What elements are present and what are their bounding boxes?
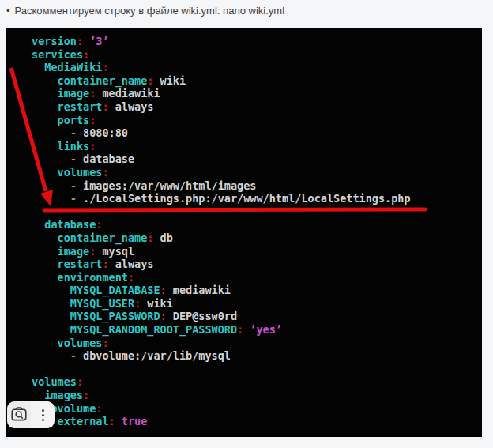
code-token: true bbox=[115, 415, 148, 427]
code-token: : bbox=[160, 310, 167, 322]
code-token: - bbox=[32, 126, 77, 139]
code-token: wiki bbox=[141, 297, 173, 310]
code-line: dbvolume: bbox=[32, 402, 411, 416]
code-token: : bbox=[83, 48, 89, 61]
image-tools-overlay bbox=[7, 401, 55, 428]
page: { "colors": { "page_bg": "#f5f6f8", "ins… bbox=[0, 0, 493, 448]
code-token: links bbox=[32, 140, 89, 152]
code-token: MediaWiki bbox=[32, 61, 102, 73]
code-line: images: bbox=[32, 389, 411, 402]
code-line: external: true bbox=[32, 415, 411, 428]
visual-search-icon bbox=[11, 407, 27, 424]
code-token: always bbox=[109, 100, 154, 113]
code-token: : bbox=[109, 415, 115, 427]
code-line: environment: bbox=[32, 271, 411, 284]
code-line: - 8080:80 bbox=[32, 126, 411, 140]
code-token: : bbox=[102, 166, 108, 179]
code-token: : bbox=[77, 375, 83, 388]
code-token: : bbox=[96, 218, 102, 231]
code-line bbox=[32, 363, 411, 376]
code-line: links: bbox=[32, 140, 411, 153]
code-line: volumes: bbox=[32, 166, 411, 179]
code-token: container_name bbox=[32, 232, 147, 244]
code-token: db bbox=[153, 232, 172, 244]
code-token: : bbox=[96, 402, 102, 415]
code-token: - bbox=[32, 349, 77, 362]
terminal-code: version: ’3’services: MediaWiki: contain… bbox=[32, 35, 411, 428]
code-token: DEP@ssw0rd bbox=[167, 310, 237, 322]
code-token: : bbox=[128, 271, 134, 284]
code-line: container_name: db bbox=[32, 232, 411, 245]
code-line: volumes: bbox=[32, 375, 411, 389]
code-token: restart bbox=[32, 100, 102, 113]
code-line: volumes: bbox=[32, 337, 411, 350]
code-token: mysql bbox=[96, 245, 134, 258]
code-line: image: mediawiki bbox=[32, 87, 411, 100]
code-token: : bbox=[102, 100, 108, 113]
code-token: ’yes’ bbox=[243, 323, 282, 336]
instruction-text: •Раскомментируем строку в файле wiki.yml… bbox=[6, 5, 284, 17]
code-token: images:/var/www/html/images bbox=[77, 179, 257, 192]
code-token: : bbox=[237, 323, 243, 336]
instruction-label: Раскомментируем строку в файле wiki.yml:… bbox=[15, 5, 285, 17]
code-token: volumes bbox=[32, 166, 102, 179]
code-token: : bbox=[102, 61, 108, 73]
code-token: MYSQL_DATABASE bbox=[32, 284, 160, 296]
code-token: : bbox=[89, 140, 96, 152]
code-token: : bbox=[83, 389, 89, 401]
code-token: - bbox=[32, 152, 77, 165]
code-token: : bbox=[77, 35, 83, 47]
code-token: version bbox=[32, 35, 77, 47]
code-token: ’3’ bbox=[83, 35, 109, 47]
terminal-screenshot: version: ’3’services: MediaWiki: contain… bbox=[6, 28, 482, 437]
code-line: restart: always bbox=[32, 258, 411, 271]
code-token: : bbox=[102, 258, 108, 270]
code-line: database: bbox=[32, 218, 411, 232]
code-line bbox=[32, 205, 411, 219]
code-token: volumes bbox=[32, 375, 77, 388]
code-line: image: mysql bbox=[32, 245, 411, 258]
code-token: MYSQL_PASSWORD bbox=[32, 310, 160, 322]
code-line: MYSQL_DATABASE: mediawiki bbox=[32, 284, 411, 297]
code-token: database bbox=[77, 152, 134, 165]
code-line: - database bbox=[32, 152, 411, 166]
visual-search-button[interactable] bbox=[7, 401, 31, 428]
code-token: ports bbox=[32, 114, 89, 126]
code-line: - ./LocalSettings.php:/var/www/html/Loca… bbox=[32, 192, 411, 205]
code-token: database bbox=[32, 218, 96, 231]
code-token: ./LocalSettings.php:/var/www/html/LocalS… bbox=[77, 192, 411, 205]
code-token: images bbox=[32, 389, 83, 401]
code-token: image bbox=[32, 245, 89, 258]
code-token: container_name bbox=[32, 74, 147, 87]
code-line: MediaWiki: bbox=[32, 61, 411, 74]
code-token: volumes bbox=[32, 337, 102, 349]
more-options-button[interactable] bbox=[31, 401, 55, 428]
code-line: services: bbox=[32, 48, 411, 62]
code-line: - dbvolume:/var/lib/mysql bbox=[32, 349, 411, 363]
code-line: container_name: wiki bbox=[32, 74, 411, 88]
code-token: : bbox=[134, 297, 141, 310]
code-token: mediawiki bbox=[167, 284, 231, 296]
code-token: always bbox=[109, 258, 154, 270]
vertical-ellipsis-icon bbox=[42, 409, 44, 421]
code-line: version: ’3’ bbox=[32, 35, 411, 48]
code-token: wiki bbox=[153, 74, 186, 87]
code-line: MYSQL_PASSWORD: DEP@ssw0rd bbox=[32, 310, 411, 323]
code-line: MYSQL_USER: wiki bbox=[32, 297, 411, 311]
code-token: - bbox=[32, 192, 77, 205]
code-line: ports: bbox=[32, 114, 411, 127]
code-token: 8080:80 bbox=[77, 126, 128, 139]
code-token: restart bbox=[32, 258, 102, 270]
code-token: : bbox=[89, 114, 96, 126]
code-line: MYSQL_RANDOM_ROOT_PASSWORD: ’yes’ bbox=[32, 323, 411, 337]
code-token: : bbox=[160, 284, 167, 296]
code-line: restart: always bbox=[32, 100, 411, 114]
code-token: dbvolume:/var/lib/mysql bbox=[77, 349, 231, 362]
code-token: MYSQL_USER bbox=[32, 297, 134, 310]
code-token: image bbox=[32, 87, 89, 100]
bullet-marker: • bbox=[6, 5, 10, 17]
code-token: mediawiki bbox=[96, 87, 160, 100]
code-token: environment bbox=[32, 271, 128, 284]
code-token: - bbox=[32, 179, 77, 192]
code-token: services bbox=[32, 48, 83, 61]
